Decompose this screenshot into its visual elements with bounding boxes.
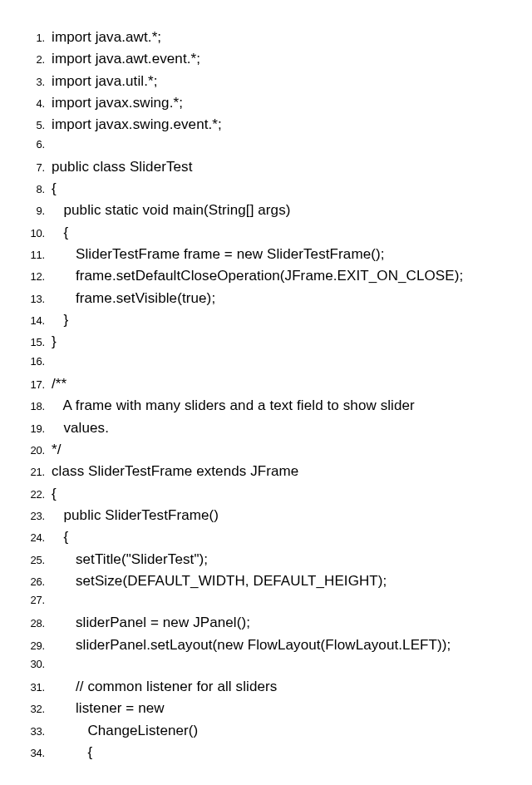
line-number: 1	[17, 30, 45, 47]
code-line: 10 {	[17, 222, 515, 244]
line-number: 23	[17, 508, 45, 525]
code-line: 11 SliderTestFrame frame = new SliderTes…	[17, 244, 515, 265]
code-line: 17/**	[17, 373, 515, 395]
line-number: 25	[17, 552, 45, 569]
code-line: 22{	[17, 483, 515, 505]
code-line: 29 sliderPanel.setLayout(new FlowLayout(…	[17, 634, 515, 656]
code-text: class SliderTestFrame extends JFrame	[52, 461, 298, 482]
code-line: 16	[17, 353, 515, 373]
code-line: 7public class SliderTest	[17, 156, 515, 178]
code-line: 1import java.awt.*;	[17, 27, 515, 48]
code-text: import java.awt.event.*;	[52, 48, 200, 70]
code-text: import javax.swing.event.*;	[52, 114, 222, 136]
code-line: 18 A frame with many sliders and a text …	[17, 395, 515, 417]
line-number: 8	[17, 181, 45, 198]
line-number: 29	[17, 638, 45, 654]
line-number: 13	[17, 291, 45, 308]
line-number: 31	[17, 679, 45, 696]
code-line: 12 frame.setDefaultCloseOperation(JFrame…	[17, 265, 515, 287]
line-number: 22	[17, 486, 45, 503]
line-number: 4	[17, 96, 45, 112]
code-line: 33 ChangeListener()	[17, 720, 515, 742]
code-line: 9 public static void main(String[] args)	[17, 200, 515, 221]
code-listing: 1import java.awt.*;2import java.awt.even…	[17, 27, 515, 763]
code-text: public static void main(String[] args)	[52, 200, 291, 221]
code-line: 30	[17, 656, 515, 676]
line-number: 30	[17, 656, 45, 673]
code-text: ChangeListener()	[52, 720, 198, 742]
code-text: import java.util.*;	[52, 71, 158, 92]
line-number: 6	[17, 136, 45, 153]
line-number: 10	[17, 225, 45, 242]
code-text: frame.setVisible(true);	[52, 288, 215, 309]
line-number: 15	[17, 334, 45, 351]
line-number: 2	[17, 52, 45, 68]
line-number: 11	[17, 247, 45, 264]
line-number: 16	[17, 353, 45, 370]
code-text: import javax.swing.*;	[52, 92, 183, 114]
line-number: 14	[17, 313, 45, 329]
code-text: }	[52, 331, 57, 353]
code-text: {	[52, 483, 57, 505]
code-text: sliderPanel.setLayout(new FlowLayout(Flo…	[52, 634, 451, 656]
code-line: 25 setTitle("SliderTest");	[17, 549, 515, 570]
code-line: 32 listener = new	[17, 698, 515, 719]
line-number: 27	[17, 592, 45, 609]
line-number: 7	[17, 160, 45, 176]
code-line: 13 frame.setVisible(true);	[17, 288, 515, 309]
line-number: 18	[17, 398, 45, 415]
code-text: A frame with many sliders and a text fie…	[52, 395, 415, 417]
code-line: 4import javax.swing.*;	[17, 92, 515, 114]
code-text: listener = new	[52, 698, 165, 719]
code-text: setTitle("SliderTest");	[52, 549, 208, 570]
code-line: 21class SliderTestFrame extends JFrame	[17, 461, 515, 482]
code-line: 24 {	[17, 526, 515, 548]
code-line: 14 }	[17, 309, 515, 331]
code-line: 2import java.awt.event.*;	[17, 48, 515, 70]
code-text: SliderTestFrame frame = new SliderTestFr…	[52, 244, 385, 265]
code-text: public class SliderTest	[52, 156, 193, 178]
line-number: 34	[17, 745, 45, 762]
code-line: 3import java.util.*;	[17, 71, 515, 92]
code-text: values.	[52, 417, 109, 439]
line-number: 17	[17, 377, 45, 393]
code-line: 34 {	[17, 742, 515, 763]
code-text: // common listener for all sliders	[52, 676, 277, 698]
code-text: {	[52, 222, 68, 244]
code-text: /**	[52, 373, 66, 395]
line-number: 28	[17, 615, 45, 632]
code-text: {	[52, 178, 57, 200]
code-text: setSize(DEFAULT_WIDTH, DEFAULT_HEIGHT);	[52, 570, 387, 592]
line-number: 5	[17, 117, 45, 134]
line-number: 3	[17, 74, 45, 91]
line-number: 32	[17, 701, 45, 718]
code-text: sliderPanel = new JPanel();	[52, 612, 250, 634]
code-text: frame.setDefaultCloseOperation(JFrame.EX…	[52, 265, 463, 287]
line-number: 20	[17, 442, 45, 459]
line-number: 12	[17, 269, 45, 285]
code-line: 27	[17, 592, 515, 612]
code-text: */	[52, 439, 62, 461]
code-text: import java.awt.*;	[52, 27, 161, 48]
line-number: 19	[17, 421, 45, 437]
code-line: 19 values.	[17, 417, 515, 439]
code-line: 26 setSize(DEFAULT_WIDTH, DEFAULT_HEIGHT…	[17, 570, 515, 592]
line-number: 21	[17, 464, 45, 481]
code-text: public SliderTestFrame()	[52, 505, 219, 526]
line-number: 24	[17, 530, 45, 546]
code-line: 8{	[17, 178, 515, 200]
code-line: 23 public SliderTestFrame()	[17, 505, 515, 526]
code-line: 15}	[17, 331, 515, 353]
code-line: 31 // common listener for all sliders	[17, 676, 515, 698]
line-number: 33	[17, 723, 45, 740]
code-text: {	[52, 526, 68, 548]
code-line: 6	[17, 136, 515, 156]
code-line: 28 sliderPanel = new JPanel();	[17, 612, 515, 634]
code-text: {	[52, 742, 92, 763]
code-line: 5import javax.swing.event.*;	[17, 114, 515, 136]
line-number: 9	[17, 203, 45, 220]
code-text: }	[52, 309, 68, 331]
code-line: 20*/	[17, 439, 515, 461]
line-number: 26	[17, 574, 45, 590]
